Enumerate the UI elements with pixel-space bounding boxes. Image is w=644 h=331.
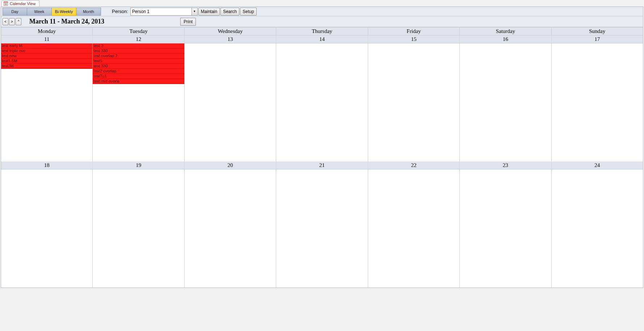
- toolbar: Day Week Bi-Weekly Month Person: ▼ Maint…: [1, 7, 643, 16]
- person-label: Person:: [112, 9, 128, 14]
- date-cell[interactable]: 21: [276, 162, 368, 169]
- view-tabs: Day Week Bi-Weekly Month: [3, 8, 101, 16]
- day-name: Saturday: [460, 28, 551, 35]
- date-cell[interactable]: 20: [185, 162, 276, 169]
- date-cell[interactable]: 14: [276, 35, 368, 43]
- calendar-event[interactable]: test 330: [93, 64, 184, 69]
- calendar-event[interactable]: test3M: [1, 64, 92, 69]
- nav-row: < > ^ March 11 - March 24, 2013 Print: [1, 16, 643, 27]
- view-tab-month[interactable]: Month: [76, 8, 101, 16]
- date-cell[interactable]: 24: [552, 162, 643, 169]
- print-button[interactable]: Print: [180, 18, 196, 26]
- setup-button[interactable]: Setup: [240, 8, 256, 16]
- calendar-event[interactable]: test mid overla: [93, 79, 184, 84]
- calendar-event[interactable]: test 330: [93, 49, 184, 54]
- day-name: Sunday: [552, 28, 643, 35]
- search-button[interactable]: Search: [220, 8, 239, 16]
- date-cell[interactable]: 18: [1, 162, 93, 169]
- day-cell[interactable]: [368, 169, 460, 288]
- maintain-button[interactable]: Maintain: [198, 8, 220, 16]
- calendar-event[interactable]: test early M: [1, 43, 92, 49]
- window-tab[interactable]: Calendar View: [1, 0, 39, 7]
- date-cell[interactable]: 22: [368, 162, 460, 169]
- calendar-event[interactable]: test2 overlap: [93, 69, 184, 74]
- date-range: March 11 - March 24, 2013: [29, 18, 104, 25]
- prev-button[interactable]: <: [3, 18, 8, 25]
- form-icon: [3, 1, 8, 6]
- day-cell[interactable]: [368, 43, 460, 162]
- day-name: Friday: [368, 28, 460, 35]
- week2-body: [1, 169, 643, 288]
- day-cell[interactable]: [276, 169, 368, 288]
- date-cell[interactable]: 16: [460, 35, 551, 43]
- week1-dates-row: 11 12 13 14 15 16 17: [1, 35, 643, 43]
- svg-rect-1: [4, 2, 8, 3]
- week2-dates-row: 18 19 20 21 22 23 24: [1, 162, 643, 169]
- up-button[interactable]: ^: [16, 18, 21, 25]
- day-names-row: Monday Tuesday Wednesday Thursday Friday…: [1, 27, 643, 35]
- svg-rect-3: [5, 4, 7, 4]
- day-cell[interactable]: [1, 169, 93, 288]
- calendar-container: Day Week Bi-Weekly Month Person: ▼ Maint…: [1, 7, 643, 288]
- day-cell[interactable]: test early Mtest triple ovetest newtest1…: [1, 43, 93, 162]
- person-dropdown-button[interactable]: ▼: [192, 8, 198, 16]
- week1-body: test early Mtest triple ovetest newtest1…: [1, 43, 643, 162]
- person-select-wrap: ▼: [130, 8, 198, 16]
- date-cell[interactable]: 23: [460, 162, 551, 169]
- date-cell[interactable]: 15: [368, 35, 460, 43]
- calendar-event[interactable]: test overlap 2: [93, 54, 184, 59]
- window-tab-label: Calendar View: [10, 1, 35, 6]
- day-name: Thursday: [276, 28, 368, 35]
- calendar-event[interactable]: testTu1: [93, 74, 184, 79]
- calendar-event[interactable]: test1-5M: [1, 59, 92, 64]
- date-cell[interactable]: 17: [552, 35, 643, 43]
- window-tab-bar: Calendar View: [0, 0, 644, 7]
- calendar-event[interactable]: test5: [93, 59, 184, 64]
- day-cell[interactable]: [460, 169, 551, 288]
- day-cell[interactable]: [552, 43, 643, 162]
- svg-rect-4: [5, 5, 7, 5]
- day-cell[interactable]: [93, 169, 184, 288]
- day-cell[interactable]: [276, 43, 368, 162]
- day-cell[interactable]: [185, 43, 276, 162]
- view-tab-day[interactable]: Day: [3, 8, 27, 16]
- person-select[interactable]: [130, 8, 192, 16]
- day-cell[interactable]: [460, 43, 551, 162]
- svg-rect-2: [5, 3, 7, 4]
- day-cell[interactable]: test 3test 330test overlap 2test5test 33…: [93, 43, 184, 162]
- date-cell[interactable]: 13: [185, 35, 276, 43]
- next-button[interactable]: >: [9, 18, 15, 25]
- date-cell[interactable]: 19: [93, 162, 184, 169]
- calendar-event[interactable]: test new: [1, 54, 92, 59]
- day-cell[interactable]: [185, 169, 276, 288]
- date-cell[interactable]: 11: [1, 35, 93, 43]
- calendar-event[interactable]: test triple ove: [1, 49, 92, 54]
- date-cell[interactable]: 12: [93, 35, 184, 43]
- day-name: Wednesday: [185, 28, 276, 35]
- day-cell[interactable]: [552, 169, 643, 288]
- view-tab-biweekly[interactable]: Bi-Weekly: [52, 8, 76, 16]
- day-name: Monday: [1, 28, 93, 35]
- calendar-event[interactable]: test 3: [93, 43, 184, 49]
- day-name: Tuesday: [93, 28, 184, 35]
- chevron-down-icon: ▼: [193, 10, 196, 13]
- view-tab-week[interactable]: Week: [27, 8, 52, 16]
